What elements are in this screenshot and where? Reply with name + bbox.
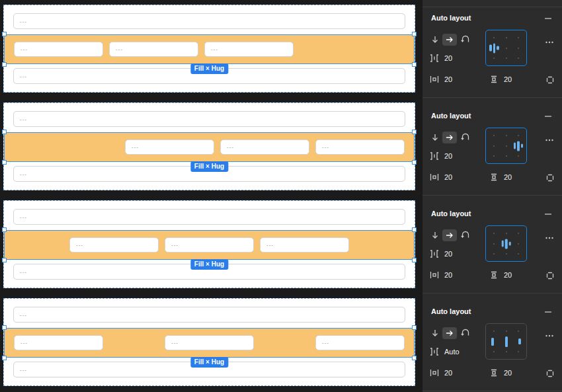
frame-card[interactable]: --- --- --- --- Fill × Hug --- xyxy=(3,298,415,386)
vertical-padding-input[interactable]: 20 xyxy=(489,74,512,85)
horizontal-padding-value[interactable]: 20 xyxy=(444,75,452,83)
selection-handle[interactable] xyxy=(412,325,417,330)
horizontal-padding-input[interactable]: 20 xyxy=(429,74,452,85)
selection-handle[interactable] xyxy=(2,356,7,360)
wrap-button[interactable] xyxy=(458,229,473,241)
text-field[interactable]: --- xyxy=(109,42,198,57)
text-field[interactable]: --- xyxy=(13,307,405,323)
text-field[interactable]: --- xyxy=(315,335,405,350)
ellipsis-icon xyxy=(544,135,555,145)
size-badge: Fill × Hug xyxy=(190,161,228,172)
text-field[interactable]: --- xyxy=(204,42,294,57)
remove-autolayout-button[interactable] xyxy=(541,13,555,24)
individual-padding-icon xyxy=(545,173,555,183)
wrap-button[interactable] xyxy=(458,327,473,339)
text-field[interactable]: --- xyxy=(13,209,405,225)
wrap-button[interactable] xyxy=(458,34,473,46)
text-field[interactable]: --- xyxy=(165,237,254,253)
alignment-widget[interactable] xyxy=(485,30,527,66)
horizontal-padding-value[interactable]: 20 xyxy=(444,173,452,181)
remove-autolayout-button[interactable] xyxy=(541,110,555,122)
horizontal-padding-input[interactable]: 20 xyxy=(429,368,452,378)
horizontal-padding-input[interactable]: 20 xyxy=(429,172,452,182)
selection-handle[interactable] xyxy=(2,130,7,134)
text-field[interactable]: --- xyxy=(13,111,405,127)
vertical-padding-value[interactable]: 20 xyxy=(504,75,512,83)
vertical-padding-value[interactable]: 20 xyxy=(504,369,512,377)
selection-handle[interactable] xyxy=(412,32,417,36)
selection-handle[interactable] xyxy=(2,160,7,165)
selected-autolayout-row[interactable]: --- --- --- xyxy=(4,34,415,64)
direction-horizontal-button[interactable] xyxy=(442,229,457,241)
horizontal-padding-value[interactable]: 20 xyxy=(444,271,452,279)
text-field[interactable]: --- xyxy=(14,335,103,350)
vertical-padding-value[interactable]: 20 xyxy=(504,271,512,279)
canvas[interactable]: --- --- --- --- Fill × Hug --- --- --- -… xyxy=(0,0,422,392)
direction-vertical-button[interactable] xyxy=(428,229,442,241)
direction-vertical-button[interactable] xyxy=(428,327,442,339)
wrap-button[interactable] xyxy=(458,132,473,143)
direction-horizontal-button[interactable] xyxy=(442,132,457,143)
individual-padding-toggle[interactable] xyxy=(545,368,555,379)
selection-handle[interactable] xyxy=(412,356,417,360)
direction-horizontal-button[interactable] xyxy=(442,327,457,339)
more-options-button[interactable] xyxy=(542,134,557,146)
auto-layout-section: Auto layout 20 xyxy=(422,98,562,196)
selection-handle[interactable] xyxy=(2,32,7,36)
gap-input[interactable]: 20 xyxy=(429,53,452,63)
frame-card[interactable]: --- --- --- --- Fill × Hug --- xyxy=(3,102,415,190)
gap-input[interactable]: 20 xyxy=(429,249,452,259)
gap-value[interactable]: 20 xyxy=(444,152,452,160)
selected-autolayout-row[interactable]: --- --- --- xyxy=(4,328,415,358)
vertical-padding-value[interactable]: 20 xyxy=(504,173,512,181)
selected-autolayout-row[interactable]: --- --- --- xyxy=(4,230,415,260)
selection-handle[interactable] xyxy=(412,258,417,262)
more-options-button[interactable] xyxy=(542,36,557,48)
text-field[interactable]: --- xyxy=(14,42,103,57)
selection-handle[interactable] xyxy=(2,227,7,232)
text-field[interactable]: --- xyxy=(220,139,309,155)
selected-autolayout-row[interactable]: --- --- --- xyxy=(4,132,415,162)
horizontal-padding-input[interactable]: 20 xyxy=(429,270,452,280)
selection-handle[interactable] xyxy=(2,62,7,67)
direction-vertical-button[interactable] xyxy=(428,132,442,143)
size-badge: Fill × Hug xyxy=(190,259,228,270)
text-field[interactable]: --- xyxy=(69,237,159,253)
vertical-padding-input[interactable]: 20 xyxy=(489,172,512,182)
gap-value[interactable]: 20 xyxy=(444,54,452,62)
vertical-padding-input[interactable]: 20 xyxy=(489,270,512,280)
gap-value[interactable]: 20 xyxy=(444,250,452,258)
canvas-frame-preview: --- --- --- --- Fill × Hug --- xyxy=(0,0,422,98)
gap-input[interactable]: Auto xyxy=(429,346,460,357)
selection-handle[interactable] xyxy=(412,130,417,134)
gap-value[interactable]: Auto xyxy=(444,348,460,356)
individual-padding-toggle[interactable] xyxy=(545,270,555,281)
vertical-padding-input[interactable]: 20 xyxy=(489,368,512,378)
text-field[interactable]: --- xyxy=(165,335,254,350)
frame-card[interactable]: --- --- --- --- Fill × Hug --- xyxy=(3,200,415,288)
horizontal-padding-value[interactable]: 20 xyxy=(444,369,452,377)
more-options-button[interactable] xyxy=(542,330,557,342)
selection-handle[interactable] xyxy=(412,227,417,232)
gap-input[interactable]: 20 xyxy=(429,151,452,161)
individual-padding-toggle[interactable] xyxy=(545,173,555,183)
text-field[interactable]: --- xyxy=(125,139,214,155)
selection-handle[interactable] xyxy=(412,160,417,165)
direction-vertical-button[interactable] xyxy=(428,34,442,46)
remove-autolayout-button[interactable] xyxy=(541,208,555,220)
text-field[interactable]: --- xyxy=(315,139,405,155)
text-field[interactable]: --- xyxy=(13,13,405,29)
selection-handle[interactable] xyxy=(412,62,417,67)
frame-card[interactable]: --- --- --- --- Fill × Hug --- xyxy=(3,5,415,93)
alignment-widget[interactable] xyxy=(485,225,527,262)
alignment-widget[interactable] xyxy=(485,323,527,360)
alignment-widget[interactable] xyxy=(485,128,527,164)
selection-handle[interactable] xyxy=(2,258,7,262)
remove-autolayout-button[interactable] xyxy=(541,306,555,318)
text-field[interactable]: --- xyxy=(260,237,349,253)
direction-horizontal-button[interactable] xyxy=(442,34,457,46)
horizontal-padding-icon xyxy=(429,368,440,378)
more-options-button[interactable] xyxy=(542,232,557,244)
selection-handle[interactable] xyxy=(2,325,7,330)
individual-padding-toggle[interactable] xyxy=(545,75,555,85)
